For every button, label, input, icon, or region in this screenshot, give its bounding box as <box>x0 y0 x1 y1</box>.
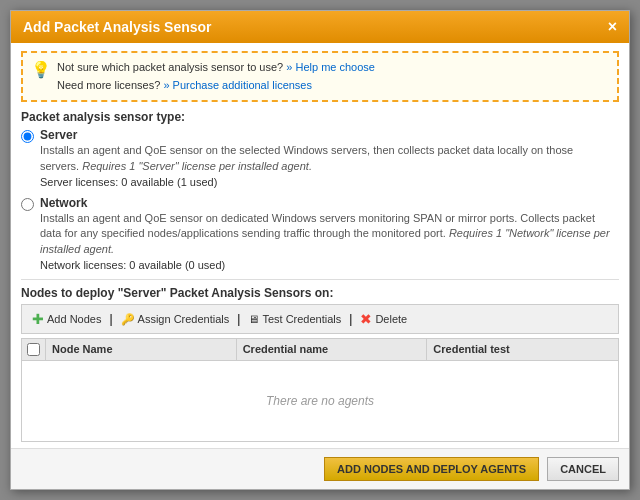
add-nodes-icon: ✚ <box>32 311 44 327</box>
add-nodes-button[interactable]: ✚ Add Nodes <box>28 309 105 329</box>
sensor-type-radio-group: Server Installs an agent and QoE sensor … <box>21 128 619 271</box>
table-body: There are no agents <box>22 361 618 441</box>
server-radio[interactable] <box>21 130 34 143</box>
test-credentials-button[interactable]: 🖥 Test Credentials <box>244 311 345 327</box>
network-radio[interactable] <box>21 198 34 211</box>
dialog-footer: ADD NODES AND DEPLOY AGENTS CANCEL <box>11 448 629 489</box>
nodes-table: Node Name Credential name Credential tes… <box>21 338 619 442</box>
help-bulb-icon: 💡 <box>31 60 51 79</box>
cancel-button[interactable]: CANCEL <box>547 457 619 481</box>
delete-icon: ✖ <box>360 311 372 327</box>
col-node-name: Node Name <box>46 339 237 360</box>
toolbar-sep1: | <box>109 312 112 326</box>
empty-message: There are no agents <box>266 394 374 408</box>
add-packet-analysis-dialog: Add Packet Analysis Sensor × 💡 Not sure … <box>10 10 630 490</box>
purchase-licenses-link[interactable]: » Purchase additional licenses <box>163 79 312 91</box>
col-credential-name: Credential name <box>237 339 428 360</box>
close-button[interactable]: × <box>608 19 617 35</box>
help-line2: Need more licenses? » Purchase additiona… <box>57 77 375 95</box>
select-all-checkbox[interactable] <box>27 343 40 356</box>
assign-credentials-button[interactable]: 🔑 Assign Credentials <box>117 311 234 328</box>
delete-button[interactable]: ✖ Delete <box>356 309 411 329</box>
server-label: Server <box>40 128 619 142</box>
assign-icon: 🔑 <box>121 313 135 326</box>
toolbar-sep3: | <box>349 312 352 326</box>
server-description: Installs an agent and QoE sensor on the … <box>40 143 619 174</box>
deploy-button[interactable]: ADD NODES AND DEPLOY AGENTS <box>324 457 539 481</box>
help-box: 💡 Not sure which packet analysis sensor … <box>21 51 619 102</box>
deploy-section-title: Nodes to deploy "Server" Packet Analysis… <box>21 279 619 300</box>
nodes-toolbar: ✚ Add Nodes | 🔑 Assign Credentials | 🖥 T… <box>21 304 619 334</box>
table-header-row: Node Name Credential name Credential tes… <box>22 339 618 361</box>
col-credential-test: Credential test <box>427 339 618 360</box>
server-option: Server Installs an agent and QoE sensor … <box>21 128 619 188</box>
network-option-content: Network Installs an agent and QoE sensor… <box>40 196 619 271</box>
network-description: Installs an agent and QoE sensor on dedi… <box>40 211 619 257</box>
sensor-type-label: Packet analysis sensor type: <box>21 110 619 124</box>
help-choose-link[interactable]: » Help me choose <box>286 61 375 73</box>
server-option-content: Server Installs an agent and QoE sensor … <box>40 128 619 188</box>
network-label: Network <box>40 196 619 210</box>
test-icon: 🖥 <box>248 313 259 325</box>
dialog-header: Add Packet Analysis Sensor × <box>11 11 629 43</box>
network-license-info: Network licenses: 0 available (0 used) <box>40 259 619 271</box>
toolbar-sep2: | <box>237 312 240 326</box>
header-checkbox-cell <box>22 339 46 360</box>
network-option: Network Installs an agent and QoE sensor… <box>21 196 619 271</box>
dialog-title: Add Packet Analysis Sensor <box>23 19 212 35</box>
help-line1: Not sure which packet analysis sensor to… <box>57 59 375 77</box>
help-content: Not sure which packet analysis sensor to… <box>57 59 375 94</box>
server-license-info: Server licenses: 0 available (1 used) <box>40 176 619 188</box>
